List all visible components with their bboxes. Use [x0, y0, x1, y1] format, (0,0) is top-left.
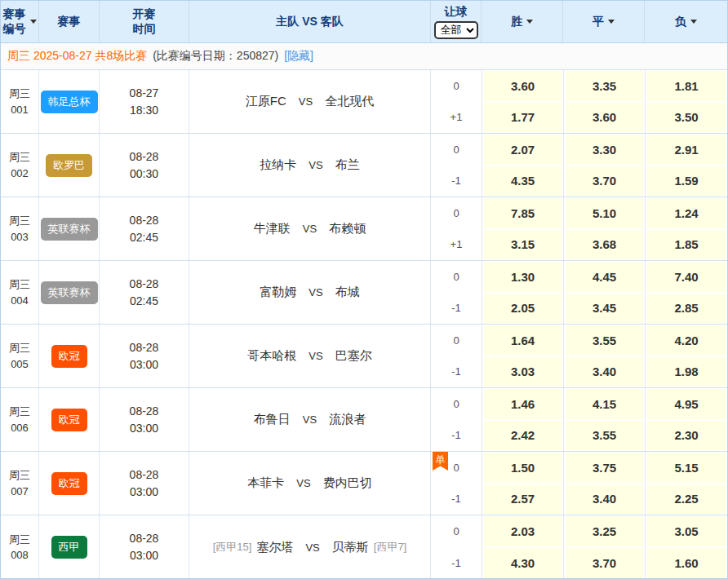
match-number: 周三 008	[1, 515, 39, 579]
win-odds-column: 1.50 2.57	[482, 452, 563, 515]
draw-odds: 4.45	[566, 262, 643, 292]
match-no: 002	[11, 166, 29, 182]
competition-cell: 欧罗巴	[39, 134, 100, 197]
handicap-cell: 单 0 -1	[431, 452, 482, 515]
win-odds-column: 3.60 1.77	[482, 70, 563, 133]
match-no: 004	[11, 293, 29, 309]
lose-odds-column: 5.15 2.25	[645, 452, 727, 515]
lose-odds: 3.05	[647, 516, 726, 546]
draw-odds-column: 4.45 3.45	[563, 261, 645, 324]
lose-odds-column: 4.95 2.30	[645, 388, 727, 451]
lose-odds-column: 2.91 1.59	[645, 134, 727, 197]
match-date: 08-28	[130, 466, 159, 484]
match-row: 周三 004 英联赛杯 08-28 02:45 富勒姆 VS 布城 0 -1 1…	[1, 261, 727, 325]
teams-cell: 哥本哈根 VS 巴塞尔	[189, 325, 431, 387]
match-number: 周三 001	[1, 70, 39, 133]
date-group-title: 周三 2025-08-27 共8场比赛	[7, 49, 147, 64]
col-header-draw[interactable]: 平	[563, 1, 645, 42]
competition-badge: 欧冠	[51, 472, 87, 495]
match-no: 005	[11, 356, 29, 373]
draw-odds-column: 3.75 3.40	[563, 452, 645, 515]
match-date: 08-28	[130, 148, 159, 166]
win-odds-column: 2.03 4.30	[482, 515, 563, 579]
handicap-cell: 0 -1	[431, 134, 482, 197]
start-time-cell: 08-28 03:00	[100, 325, 189, 387]
win-odds-column: 1.64 3.03	[482, 325, 563, 387]
competition-badge: 西甲	[51, 536, 87, 559]
handicap-value: -1	[431, 484, 482, 515]
lose-odds: 4.20	[647, 325, 726, 356]
col-header-handicap: 让球 全部	[431, 1, 482, 42]
match-no: 003	[11, 229, 29, 245]
table-header: 赛事 编号 赛事 开赛 时间 主队 VS 客队 让球 全部 胜 平 负	[1, 1, 727, 43]
handicap-value: -1	[431, 293, 482, 325]
win-odds-column: 7.85 3.15	[482, 197, 563, 260]
col-header-start-time-label: 开赛 时间	[133, 7, 156, 36]
match-number: 周三 002	[1, 134, 39, 197]
handicap-cell: 0 +1	[431, 197, 482, 260]
lose-odds: 2.25	[647, 484, 726, 515]
handicap-cell: 0 -1	[431, 388, 482, 451]
match-day: 周三	[9, 467, 30, 484]
match-day: 周三	[9, 404, 30, 420]
hide-link[interactable]: [隐藏]	[284, 49, 313, 64]
draw-odds: 3.70	[566, 548, 643, 578]
away-team: 巴塞尔	[335, 348, 372, 364]
competition-badge: 欧冠	[51, 345, 87, 368]
competition-cell: 欧冠	[39, 452, 100, 515]
draw-odds: 3.55	[566, 421, 643, 451]
match-row: 周三 001 韩足总杯 08-27 18:30 江原FC VS 全北现代 0 +…	[1, 70, 727, 134]
draw-odds: 3.45	[566, 294, 643, 324]
win-odds: 2.57	[484, 484, 562, 515]
match-row: 周三 007 欧冠 08-28 03:00 本菲卡 VS 费内巴切 单 0 -1…	[1, 452, 727, 515]
draw-odds: 3.40	[566, 357, 643, 387]
col-header-lose[interactable]: 负	[645, 1, 727, 42]
match-row: 周三 003 英联赛杯 08-28 02:45 牛津联 VS 布赖顿 0 +1 …	[1, 197, 727, 261]
draw-odds: 3.75	[566, 453, 643, 483]
date-group-bar: 周三 2025-08-27 共8场比赛 (比赛编号日期：250827) [隐藏]	[1, 43, 727, 70]
vs-label: VS	[309, 286, 322, 298]
match-time: 03:00	[130, 547, 158, 564]
teams-cell: 本菲卡 VS 费内巴切	[189, 452, 431, 515]
lose-odds: 7.40	[647, 262, 726, 292]
teams-cell: 牛津联 VS 布赖顿	[189, 197, 431, 260]
lose-odds: 2.91	[647, 135, 726, 165]
sort-caret-icon	[526, 20, 533, 24]
lose-odds: 1.98	[647, 357, 726, 387]
lose-odds: 2.85	[647, 294, 726, 324]
home-team: 布鲁日	[254, 412, 291, 427]
competition-badge: 韩足总杯	[41, 91, 98, 113]
match-day: 周三	[9, 532, 30, 548]
draw-odds: 3.25	[566, 516, 643, 546]
handicap-filter-select[interactable]: 全部	[434, 21, 478, 39]
odds-table: 赛事 编号 赛事 开赛 时间 主队 VS 客队 让球 全部 胜 平 负	[0, 0, 728, 579]
competition-badge: 欧罗巴	[46, 154, 92, 177]
handicap-cell: 0 +1	[431, 70, 482, 133]
home-team: 拉纳卡	[260, 157, 296, 173]
match-time: 02:45	[130, 229, 158, 246]
col-header-win[interactable]: 胜	[482, 1, 563, 42]
win-odds: 4.35	[484, 166, 562, 197]
match-date: 08-28	[130, 212, 159, 229]
match-day: 周三	[9, 213, 30, 229]
col-header-lose-label: 负	[675, 15, 686, 29]
win-odds: 3.15	[484, 230, 562, 260]
match-day: 周三	[9, 276, 30, 293]
col-header-match-no[interactable]: 赛事 编号	[1, 1, 39, 42]
vs-label: VS	[296, 477, 310, 489]
draw-odds: 3.40	[566, 484, 643, 515]
start-time-cell: 08-27 18:30	[100, 70, 189, 133]
lose-odds-column: 4.20 1.98	[645, 325, 727, 387]
lose-odds: 1.60	[647, 548, 726, 578]
col-header-start-time: 开赛 时间	[100, 1, 189, 42]
start-time-cell: 08-28 00:30	[100, 134, 189, 197]
teams-cell: 江原FC VS 全北现代	[189, 70, 431, 133]
win-odds: 1.77	[484, 103, 562, 133]
win-odds: 4.30	[484, 548, 562, 578]
win-odds-column: 2.07 4.35	[482, 134, 563, 197]
lose-odds-column: 7.40 2.85	[645, 261, 727, 324]
home-team: 富勒姆	[260, 285, 296, 300]
home-team: 塞尔塔	[256, 540, 293, 555]
win-odds: 3.60	[484, 71, 562, 101]
competition-cell: 英联赛杯	[39, 261, 100, 324]
